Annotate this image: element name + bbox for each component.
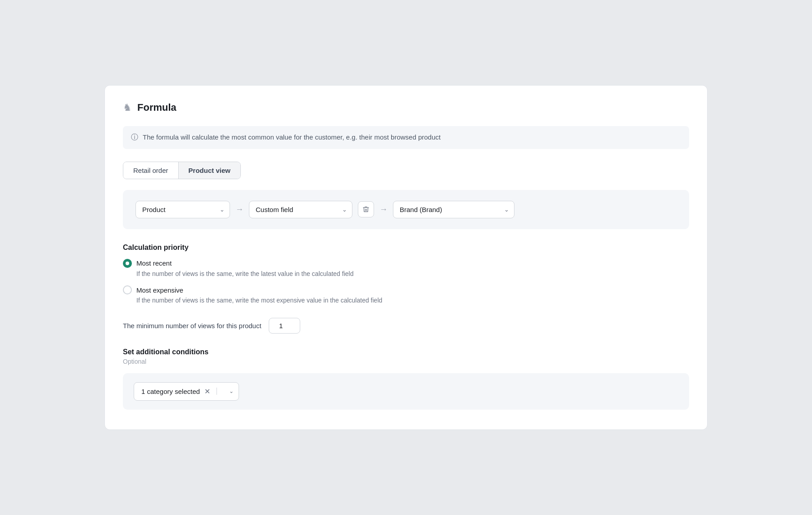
radio-most-recent-description: If the number of views is the same, writ…: [123, 270, 689, 279]
card-header: ♞ Formula: [123, 102, 689, 113]
category-select-box[interactable]: 1 category selected ✕: [134, 382, 239, 401]
radio-most-expensive-label: Most expensive: [136, 286, 183, 294]
conditions-inner: 1 category selected ✕ ⌄: [123, 373, 689, 410]
radio-most-recent-label: Most recent: [136, 259, 171, 267]
delete-field-button[interactable]: [358, 201, 374, 217]
tab-group: Retail order Product view: [123, 162, 241, 179]
calculation-priority-section: Calculation priority Most recent If the …: [123, 244, 689, 305]
radio-most-recent[interactable]: [123, 259, 132, 268]
arrow-icon-2: →: [379, 205, 388, 214]
page-title: Formula: [137, 102, 176, 113]
min-views-input[interactable]: [269, 318, 300, 334]
product-select[interactable]: Product Order Customer: [135, 201, 230, 218]
field-select[interactable]: Custom field Category Brand Tag: [249, 201, 352, 218]
formula-icon: ♞: [123, 102, 132, 113]
min-views-row: The minimum number of views for this pro…: [123, 318, 689, 334]
info-banner: ⓘ The formula will calculate the most co…: [123, 126, 689, 149]
arrow-icon-1: →: [235, 205, 244, 214]
tab-retail-order[interactable]: Retail order: [123, 162, 179, 179]
radio-option-most-recent: Most recent If the number of views is th…: [123, 259, 689, 279]
conditions-title: Set additional conditions: [123, 348, 689, 356]
conditions-section: Set additional conditions Optional 1 cat…: [123, 348, 689, 410]
category-select-wrapper: 1 category selected ✕ ⌄: [134, 382, 239, 401]
brand-select-wrapper: Brand (Brand) Category (Category) Tag (T…: [393, 201, 514, 218]
divider: [217, 388, 217, 395]
pipeline-section: Product Order Customer ⌄ → Custom field …: [123, 190, 689, 229]
product-select-wrapper: Product Order Customer ⌄: [135, 201, 230, 218]
info-banner-text: The formula will calculate the most comm…: [143, 132, 441, 143]
trash-icon: [362, 206, 370, 213]
category-selected-text: 1 category selected: [141, 388, 200, 395]
category-clear-button[interactable]: ✕: [204, 387, 210, 396]
radio-option-most-expensive: Most expensive If the number of views is…: [123, 285, 689, 305]
conditions-subtitle: Optional: [123, 358, 689, 365]
radio-most-expensive[interactable]: [123, 285, 132, 294]
pipeline-row: Product Order Customer ⌄ → Custom field …: [135, 201, 677, 218]
brand-select[interactable]: Brand (Brand) Category (Category) Tag (T…: [393, 201, 514, 218]
radio-group: Most recent If the number of views is th…: [123, 259, 689, 305]
min-views-label: The minimum number of views for this pro…: [123, 322, 262, 330]
formula-card: ♞ Formula ⓘ The formula will calculate t…: [104, 85, 708, 430]
radio-label-row-most-expensive[interactable]: Most expensive: [123, 285, 689, 294]
radio-most-expensive-description: If the number of views is the same, writ…: [123, 296, 689, 305]
tab-product-view[interactable]: Product view: [179, 162, 240, 179]
info-icon: ⓘ: [131, 133, 138, 142]
field-select-wrapper: Custom field Category Brand Tag ⌄: [249, 201, 352, 218]
calculation-priority-title: Calculation priority: [123, 244, 689, 252]
radio-label-row-most-recent[interactable]: Most recent: [123, 259, 689, 268]
